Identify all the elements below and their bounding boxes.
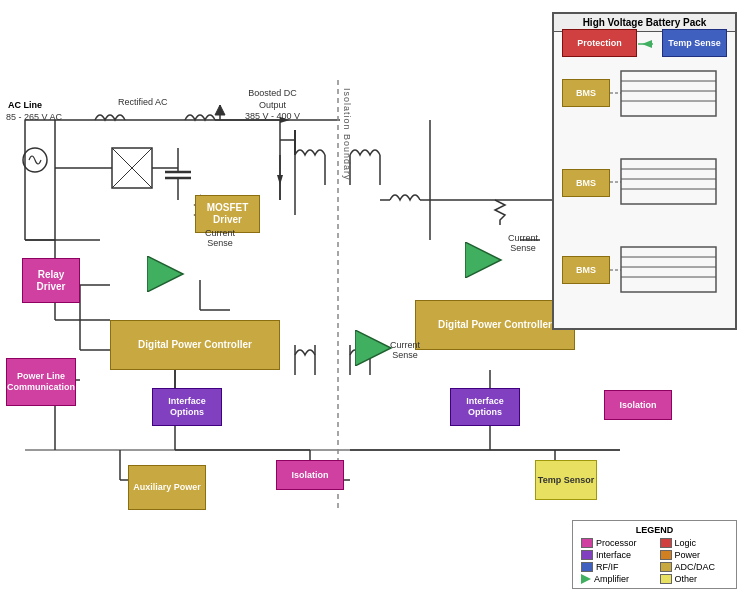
- bms-connections: [554, 14, 739, 334]
- legend-processor: Processor: [581, 538, 650, 548]
- digital-power-controller-left: Digital Power Controller: [110, 320, 280, 370]
- legend-other-label: Other: [675, 574, 698, 584]
- svg-marker-66: [355, 330, 391, 366]
- legend-logic-color: [660, 538, 672, 548]
- current-sense-left-label: Current Sense: [205, 228, 235, 248]
- boosted-dc-label: Boosted DC Output 385 V - 400 V: [245, 88, 300, 123]
- legend-other: Other: [660, 574, 729, 584]
- svg-marker-65: [465, 242, 501, 278]
- svg-marker-64: [147, 256, 183, 292]
- auxiliary-power-block: Auxiliary Power: [128, 465, 206, 510]
- isolation-boundary-label: Isolation Boundary: [342, 88, 352, 181]
- legend-adc-dac: ADC/DAC: [660, 562, 729, 572]
- legend-logic: Logic: [660, 538, 729, 548]
- legend-amplifier-icon: [581, 574, 591, 584]
- interface-options-right-block: Interface Options: [450, 388, 520, 426]
- temp-sensor-block: Temp Sensor: [535, 460, 597, 500]
- legend-grid: Processor Logic Interface Power RF/IF AD…: [581, 538, 728, 584]
- relay-driver-block: Relay Driver: [22, 258, 80, 303]
- legend-title: LEGEND: [581, 525, 728, 535]
- legend-power: Power: [660, 550, 729, 560]
- hv-battery-pack: High Voltage Battery Pack Protection Tem…: [552, 12, 737, 330]
- amplifier-right-top: [465, 242, 505, 280]
- amplifier-right-bottom: [355, 330, 395, 368]
- isolation-left-block: Isolation: [276, 460, 344, 490]
- legend-amplifier: Amplifier: [581, 574, 650, 584]
- legend-logic-label: Logic: [675, 538, 697, 548]
- amplifier-left: [147, 256, 187, 294]
- legend-interface: Interface: [581, 550, 650, 560]
- legend-processor-color: [581, 538, 593, 548]
- ac-voltage-label: 85 - 265 V AC: [6, 112, 62, 122]
- ac-line-label: AC Line: [8, 100, 42, 110]
- current-sense-right-label: Current Sense: [508, 233, 538, 253]
- legend-interface-label: Interface: [596, 550, 631, 560]
- legend-other-color: [660, 574, 672, 584]
- legend-rf-if: RF/IF: [581, 562, 650, 572]
- legend-power-color: [660, 550, 672, 560]
- legend-adc-dac-label: ADC/DAC: [675, 562, 716, 572]
- power-line-communication-block: Power Line Communication: [6, 358, 76, 406]
- diagram-container: AC Line 85 - 265 V AC Rectified AC Boost…: [0, 0, 745, 597]
- legend-interface-color: [581, 550, 593, 560]
- rectified-ac-label: Rectified AC: [118, 97, 168, 107]
- digital-power-controller-right: Digital Power Controller: [415, 300, 575, 350]
- legend-power-label: Power: [675, 550, 701, 560]
- interface-options-left-block: Interface Options: [152, 388, 222, 426]
- legend-adc-dac-color: [660, 562, 672, 572]
- legend-rf-if-color: [581, 562, 593, 572]
- legend-box: LEGEND Processor Logic Interface Power R…: [572, 520, 737, 589]
- legend-rf-if-label: RF/IF: [596, 562, 619, 572]
- legend-processor-label: Processor: [596, 538, 637, 548]
- isolation-right-block: Isolation: [604, 390, 672, 420]
- legend-amplifier-label: Amplifier: [594, 574, 629, 584]
